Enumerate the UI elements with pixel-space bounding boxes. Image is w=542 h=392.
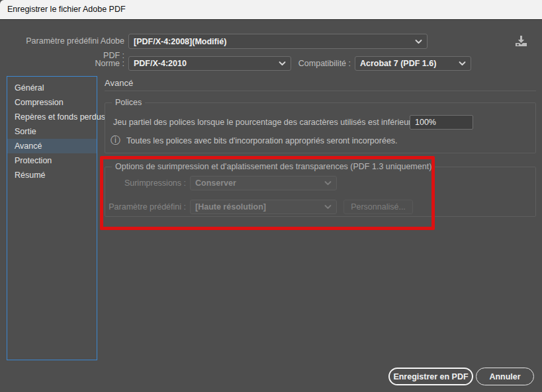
compatibilite-label: Compatibilité : [291, 56, 351, 71]
chevron-down-icon [324, 204, 332, 210]
sidebar-item-general[interactable]: Général [7, 81, 97, 95]
titlebar[interactable]: Enregistrer le fichier Adobe PDF [0, 0, 542, 20]
window-title: Enregistrer le fichier Adobe PDF [0, 0, 542, 19]
save-pdf-button[interactable]: Enregistrer en PDF [388, 368, 473, 385]
font-embed-info-text: Toutes les polices avec bits d'incorpora… [126, 136, 398, 145]
custom-flattener-button: Personnalisé... [343, 200, 413, 214]
compatibilite-select[interactable]: Acrobat 7 (PDF 1.6) [355, 56, 471, 71]
norme-label: Norme : [65, 56, 124, 71]
chevron-down-icon [459, 61, 466, 66]
flattener-preset-select: [Haute résolution] [190, 200, 337, 214]
sidebar-item-sortie[interactable]: Sortie [7, 124, 97, 139]
download-icon[interactable] [511, 32, 531, 50]
overprint-options-group: Options de surimpression et d'aplatissem… [105, 167, 536, 217]
norme-value: PDF/X-4:2010 [134, 59, 187, 68]
cancel-button[interactable]: Annuler [476, 368, 534, 385]
pdf-preset-select[interactable]: [PDF/X-4:2008](Modifié) [128, 34, 428, 49]
chevron-down-icon [279, 61, 286, 66]
surimpressions-label: Surimpressions : [105, 176, 186, 190]
sidebar-item-avance[interactable]: Avancé [7, 139, 97, 153]
pane-divider [105, 91, 536, 91]
pane-title: Avancé [105, 78, 133, 88]
font-subset-label: Jeu partiel des polices lorsque le pourc… [113, 115, 423, 130]
fonts-group: Polices Jeu partiel des polices lorsque … [105, 102, 536, 153]
flattener-preset-label: Paramètre prédéfini : [105, 200, 186, 214]
flattener-preset-value: [Haute résolution] [195, 202, 266, 212]
sidebar-item-reperes[interactable]: Repères et fonds perdus [7, 110, 97, 124]
pdf-preset-value: [PDF/X-4:2008](Modifié) [134, 37, 226, 46]
info-icon: ⓘ [111, 135, 120, 145]
overprint-group-title: Options de surimpression et d'aplatissem… [112, 162, 435, 171]
font-subset-input[interactable] [410, 115, 473, 130]
settings-category-list: Général Compression Repères et fonds per… [7, 76, 97, 360]
surimpressions-value: Conserver [195, 178, 236, 188]
sidebar-item-protection[interactable]: Protection [7, 153, 97, 168]
norme-select[interactable]: PDF/X-4:2010 [128, 56, 291, 71]
chevron-down-icon [324, 180, 332, 186]
chevron-down-icon [415, 39, 422, 44]
sidebar-item-resume[interactable]: Résumé [7, 168, 97, 182]
compatibilite-value: Acrobat 7 (PDF 1.6) [360, 59, 436, 68]
surimpressions-select: Conserver [190, 176, 337, 190]
save-adobe-pdf-dialog: Enregistrer le fichier Adobe PDF Paramèt… [0, 0, 542, 392]
sidebar-item-compression[interactable]: Compression [7, 95, 97, 110]
fonts-group-title: Polices [112, 98, 145, 107]
